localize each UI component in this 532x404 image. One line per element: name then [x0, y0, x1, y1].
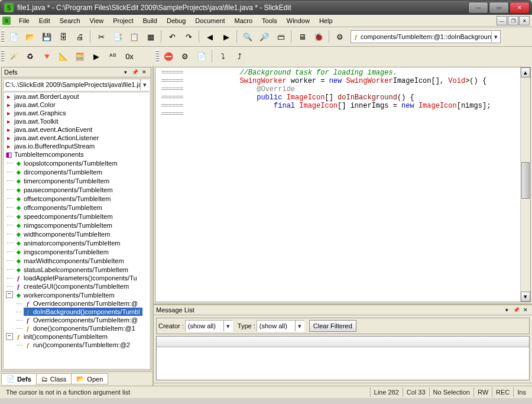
cut-icon[interactable]: ✂: [93, 29, 109, 44]
debug-icon[interactable]: 🐞: [311, 29, 326, 44]
menu-search[interactable]: Search: [55, 16, 85, 25]
shell-icon[interactable]: ▶: [89, 49, 104, 64]
scroll-down-icon[interactable]: ▾: [521, 292, 530, 302]
paste-icon[interactable]: 📋: [126, 29, 142, 44]
tree-item[interactable]: ▸java.io.BufferedInputStream: [5, 142, 97, 150]
tab-open[interactable]: 📂Open: [71, 373, 108, 384]
tree-item[interactable]: ◆nimgscomponents/TumbleItem: [14, 221, 115, 230]
tree-item[interactable]: fOverridecomponents/TumbleItem:@: [24, 299, 140, 308]
config-icon[interactable]: ⚙: [332, 29, 348, 44]
tree-item[interactable]: fdoInBackground()components/Tumbl: [24, 308, 142, 316]
chevron-down-icon[interactable]: ▾: [295, 321, 304, 331]
mdi-restore-icon[interactable]: ❐: [508, 16, 518, 25]
chevron-down-icon[interactable]: ▾: [140, 79, 149, 90]
menu-build[interactable]: Build: [138, 16, 161, 25]
compile-icon[interactable]: 📄: [194, 49, 209, 64]
tree-item[interactable]: ▸java.awt.Graphics: [5, 109, 68, 117]
menu-macro[interactable]: Macro: [230, 16, 258, 25]
toolbar-grip-icon[interactable]: [156, 50, 159, 63]
dropdown-icon[interactable]: ▾: [121, 68, 129, 76]
editor-code-area[interactable]: //Background task for loading images. Sw…: [189, 67, 520, 302]
tree-item[interactable]: ◆animatorcomponents/TumbleItem: [14, 239, 122, 247]
undo-icon[interactable]: ↶: [164, 29, 180, 44]
close-panel-icon[interactable]: ✕: [521, 306, 530, 314]
redo-icon[interactable]: ↷: [181, 29, 196, 44]
menu-help[interactable]: Help: [314, 16, 338, 25]
calc-icon[interactable]: 🧮: [72, 49, 87, 64]
tree-item[interactable]: frun()components/TumbleItem:@2: [24, 341, 132, 349]
tree-item[interactable]: ▸java.awt.event.ActionListener: [5, 134, 101, 142]
tree-item[interactable]: ◆speedcomponents/TumbleItem: [14, 212, 115, 221]
close-panel-icon[interactable]: ✕: [140, 68, 148, 76]
type-filter-select[interactable]: (show all) ▾: [257, 320, 304, 332]
build-icon[interactable]: ⚙: [177, 49, 193, 64]
tab-defs[interactable]: 📄Defs: [1, 373, 37, 384]
menu-view[interactable]: View: [85, 16, 109, 25]
tree-item[interactable]: ◆dircomponents/TumbleItem: [14, 168, 105, 176]
find-icon[interactable]: 🔍: [240, 29, 255, 44]
full-screen-icon[interactable]: 🖥: [294, 29, 310, 44]
clear-filtered-button[interactable]: Clear Filtered: [309, 320, 356, 332]
stop-build-icon[interactable]: ⛔: [161, 49, 176, 64]
scroll-thumb[interactable]: [521, 162, 530, 199]
chevron-down-icon[interactable]: ▾: [223, 321, 232, 331]
menu-file[interactable]: File: [14, 16, 34, 25]
hex-icon[interactable]: 0x: [122, 49, 137, 64]
tree-item[interactable]: ▸java.awt.Toolkit: [5, 117, 61, 125]
tree-item[interactable]: ◆timercomponents/TumbleItem: [14, 177, 112, 185]
beautify-icon[interactable]: 🪄: [6, 49, 21, 64]
tree-item[interactable]: ◆offsetcomponents/TumbleItem: [14, 195, 113, 203]
menu-debug[interactable]: Debug: [162, 16, 190, 25]
tree-item[interactable]: fcreateGUI()components/TumbleItem: [14, 282, 131, 290]
spell-icon[interactable]: ᴬᴮ: [105, 49, 121, 64]
back-icon[interactable]: ◀: [202, 29, 218, 44]
code-editor[interactable]: ==================================== //B…: [155, 67, 531, 302]
tree-item[interactable]: ▸java.awt.event.ActionEvent: [5, 125, 95, 134]
menu-document[interactable]: Document: [190, 16, 229, 25]
mdi-minimize-icon[interactable]: —: [497, 16, 507, 25]
tree-item[interactable]: ◆workercomponents/TumbleItem: [14, 291, 117, 299]
editor-scrollbar[interactable]: ▴ ▾: [520, 67, 530, 302]
tree-item[interactable]: ◆statusLabelcomponents/TumbleItem: [14, 266, 131, 274]
preproc-icon[interactable]: 📐: [56, 49, 71, 64]
tree-item[interactable]: ◆imgscomponents/TumbleItem: [14, 248, 111, 256]
tab-class[interactable]: 🗂Class: [36, 373, 72, 384]
tree-item[interactable]: ◧TumbleItemcomponents: [5, 150, 86, 159]
copy-icon[interactable]: 📑: [110, 29, 125, 44]
step-icon[interactable]: ⤵: [215, 49, 231, 64]
step-over-icon[interactable]: ⤴: [232, 49, 247, 64]
open-icon[interactable]: 📂: [22, 29, 38, 44]
tree-item[interactable]: ◆offcomponents/TumbleItem: [14, 203, 105, 212]
dropdown-icon[interactable]: ▾: [502, 306, 511, 314]
reformat-icon[interactable]: ♻: [22, 49, 38, 64]
tree-item[interactable]: ◆widthcomponents/TumbleItem: [14, 230, 112, 238]
chevron-down-icon[interactable]: ▾: [491, 31, 500, 42]
mdi-close-icon[interactable]: ✕: [519, 16, 530, 25]
tree-item[interactable]: fOverridecomponents/TumbleItem:@: [24, 316, 140, 324]
tree-item[interactable]: fdone()components/TumbleItem:@1: [24, 324, 138, 332]
toolbar-grip-icon[interactable]: [1, 30, 4, 43]
tree-item[interactable]: ◆pausecomponents/TumbleItem: [14, 186, 115, 194]
tree-item[interactable]: floadAppletParameters()components/Tu: [14, 274, 140, 282]
toolbar-grip-icon[interactable]: [1, 50, 4, 63]
pin-icon[interactable]: 📌: [131, 68, 139, 76]
menu-edit[interactable]: Edit: [34, 16, 55, 25]
scroll-up-icon[interactable]: ▴: [521, 67, 530, 77]
forward-icon[interactable]: ▶: [219, 29, 234, 44]
save-all-icon[interactable]: 🗄: [56, 29, 71, 44]
menu-project[interactable]: Project: [108, 16, 138, 25]
find-next-icon[interactable]: 🔎: [257, 29, 272, 44]
defs-path-combo[interactable]: C:\..\SlickEdit 2009\SampleProjects\java…: [3, 79, 150, 91]
select-icon[interactable]: ▦: [143, 29, 158, 44]
context-combo[interactable]: f components/TumbleItem:@1::doInBackgrou…: [351, 30, 501, 43]
find-files-icon[interactable]: 🗃: [273, 29, 288, 44]
pin-icon[interactable]: 📌: [512, 306, 520, 314]
mdi-app-icon[interactable]: S: [2, 17, 11, 25]
tree-item[interactable]: ◆loopslotcomponents/TumbleItem: [14, 159, 120, 167]
menu-window[interactable]: Window: [282, 16, 314, 25]
creator-filter-select[interactable]: (show all) ▾: [185, 320, 233, 332]
new-file-icon[interactable]: 📄: [6, 29, 21, 44]
filter-icon[interactable]: 🔻: [39, 49, 54, 64]
close-button[interactable]: ✕: [510, 2, 530, 14]
tree-item[interactable]: finit()components/TumbleItem: [14, 332, 110, 341]
